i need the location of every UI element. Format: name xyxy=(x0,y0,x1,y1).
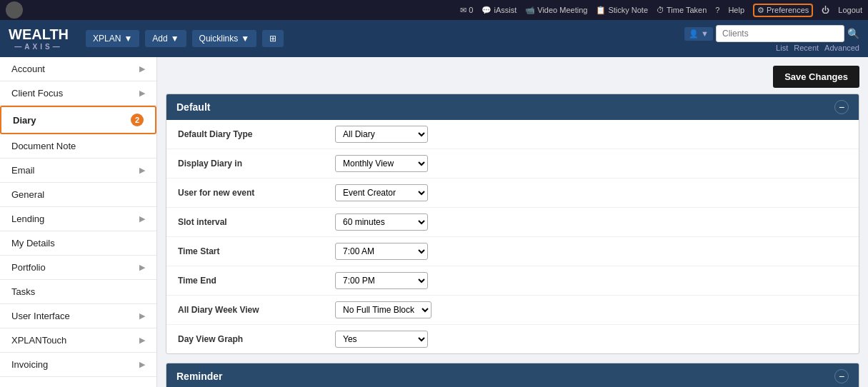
select-user-for-new-event[interactable]: Event CreatorCurrent User xyxy=(335,184,428,201)
sidebar-item-portfolio[interactable]: Portfolio▶ xyxy=(0,256,156,280)
form-row-slot-interval: Slot interval15 minutes30 minutes60 minu… xyxy=(166,208,859,237)
logo-axis: —AXIS— xyxy=(9,43,69,51)
logout-link[interactable]: Logout xyxy=(838,6,862,14)
sidebar-item-tasks[interactable]: Tasks xyxy=(0,280,156,304)
select-day-view-graph[interactable]: YesNo xyxy=(335,331,428,348)
reminder-collapse-button[interactable]: − xyxy=(834,369,849,383)
sidebar-item-label: Document Note xyxy=(11,141,76,151)
default-fields: Default Diary TypeAll DiaryPersonalWorkD… xyxy=(166,120,859,353)
sidebar-item-label: Invoicing xyxy=(11,359,48,370)
form-row-day-view-graph: Day View GraphYesNo xyxy=(166,325,859,353)
top-bar: ✉ 0 💬 iAssist 📹 Video Meeting 📋 Sticky N… xyxy=(0,0,868,20)
preferences-link[interactable]: ⚙ Preferences xyxy=(753,4,813,17)
sidebar-item-user-interface[interactable]: User Interface▶ xyxy=(0,304,156,328)
sidebar-item-general[interactable]: General xyxy=(0,183,156,207)
sidebar-item-invoicing[interactable]: Invoicing▶ xyxy=(0,353,156,377)
preferences-label: Preferences xyxy=(767,6,809,14)
logo: WEALTH —AXIS— xyxy=(9,26,69,51)
quicklinks-button[interactable]: Quicklinks ▼ xyxy=(192,30,257,47)
sidebar-item-client-focus[interactable]: Client Focus▶ xyxy=(0,81,156,106)
add-button[interactable]: Add ▼ xyxy=(145,30,186,47)
default-collapse-button[interactable]: − xyxy=(834,100,849,114)
search-button[interactable]: 🔍 xyxy=(847,28,859,39)
xplan-dropdown-icon: ▼ xyxy=(124,34,132,44)
form-control: 5:00 PM6:00 PM7:00 PM8:00 PM xyxy=(335,272,428,289)
power-icon-link[interactable]: ⏻ xyxy=(822,6,829,14)
envelope-count: 0 xyxy=(469,6,473,14)
logo-wealth: WEALTH xyxy=(9,26,69,42)
sidebar-item-label: XPLANTouch xyxy=(11,335,66,346)
select-display-diary-in[interactable]: Monthly ViewWeekly ViewDaily View xyxy=(335,155,428,172)
iassist-icon: 💬 xyxy=(482,6,492,15)
video-meeting-link[interactable]: 📹 Video Meeting xyxy=(525,6,587,15)
search-area: 👤 ▼ 🔍 List Recent Advanced xyxy=(684,25,859,52)
form-control: Monthly ViewWeekly ViewDaily View xyxy=(335,155,428,172)
select-time-start[interactable]: 6:00 AM7:00 AM8:00 AM9:00 AM xyxy=(335,243,428,260)
default-section: Default − Default Diary TypeAll DiaryPer… xyxy=(166,94,859,354)
sidebar-item-account[interactable]: Account▶ xyxy=(0,57,156,81)
sidebar-item-xplantouch[interactable]: XPLANTouch▶ xyxy=(0,328,156,353)
content-area: Save Changes Default − Default Diary Typ… xyxy=(157,57,868,387)
sidebar-item-lending[interactable]: Lending▶ xyxy=(0,207,156,231)
form-row-all-diary-week-view: All Diary Week ViewNo Full Time BlockFul… xyxy=(166,296,859,325)
nav-bar: WEALTH —AXIS— XPLAN ▼ Add ▼ Quicklinks ▼… xyxy=(0,20,868,57)
form-label: Time Start xyxy=(178,246,335,256)
sidebar-item-label: My Details xyxy=(11,238,55,248)
sidebar-item-email[interactable]: Email▶ xyxy=(0,159,156,183)
form-row-user-for-new-event: User for new eventEvent CreatorCurrent U… xyxy=(166,179,859,208)
time-icon: ⏱ xyxy=(657,6,664,14)
sidebar-item-label: General xyxy=(11,189,44,200)
globe-icon xyxy=(6,1,23,19)
advanced-link[interactable]: Advanced xyxy=(824,44,859,52)
sticky-note-icon: 📋 xyxy=(596,6,606,15)
quicklinks-dropdown-icon: ▼ xyxy=(241,34,249,44)
list-link[interactable]: List xyxy=(776,44,788,52)
sidebar-item-label: Client Focus xyxy=(11,88,63,99)
form-label: User for new event xyxy=(178,188,335,198)
xplan-label: XPLAN xyxy=(93,34,121,44)
recent-link[interactable]: Recent xyxy=(794,44,819,52)
top-bar-right: ✉ 0 💬 iAssist 📹 Video Meeting 📋 Sticky N… xyxy=(460,4,862,17)
select-all-diary-week-view[interactable]: No Full Time BlockFull Time Block xyxy=(335,301,431,318)
sidebar-item-diary[interactable]: Diary2 xyxy=(0,106,156,134)
help-text-link[interactable]: Help xyxy=(728,6,744,14)
form-row-time-start: Time Start6:00 AM7:00 AM8:00 AM9:00 AM xyxy=(166,237,859,266)
select-slot-interval[interactable]: 15 minutes30 minutes60 minutes xyxy=(335,213,428,231)
form-row-default-diary-type: Default Diary TypeAll DiaryPersonalWork xyxy=(166,120,859,149)
search-input[interactable] xyxy=(716,25,844,42)
top-actions: Save Changes xyxy=(157,63,868,94)
arrow-icon: ▶ xyxy=(139,214,145,223)
add-dropdown-icon: ▼ xyxy=(171,34,179,44)
search-links: List Recent Advanced xyxy=(776,44,859,52)
form-label: All Diary Week View xyxy=(178,305,335,315)
quicklinks-label: Quicklinks xyxy=(199,34,239,44)
form-row-display-diary-in: Display Diary inMonthly ViewWeekly ViewD… xyxy=(166,149,859,179)
sidebar-item-label: User Interface xyxy=(11,311,70,321)
sticky-note-link[interactable]: 📋 Sticky Note xyxy=(596,6,648,15)
form-label: Time End xyxy=(178,276,335,286)
sidebar: Account▶Client Focus▶Diary2Document Note… xyxy=(0,57,157,387)
envelope-link[interactable]: ✉ 0 xyxy=(460,6,473,15)
sidebar-item-document-note[interactable]: Document Note xyxy=(0,134,156,159)
form-label: Default Diary Type xyxy=(178,129,335,139)
envelope-icon: ✉ xyxy=(460,6,467,15)
help-link[interactable]: ? xyxy=(715,6,719,14)
form-label: Display Diary in xyxy=(178,159,335,169)
arrow-icon: ▶ xyxy=(139,64,145,74)
iassist-link[interactable]: 💬 iAssist xyxy=(482,6,517,15)
grid-button[interactable]: ⊞ xyxy=(262,30,284,47)
arrow-icon: ▶ xyxy=(139,263,145,272)
arrow-icon: ▶ xyxy=(139,311,145,321)
sidebar-item-my-details[interactable]: My Details xyxy=(0,231,156,256)
avatar-button[interactable]: 👤 ▼ xyxy=(684,27,713,41)
select-default-diary-type[interactable]: All DiaryPersonalWork xyxy=(335,126,428,143)
time-taken-link[interactable]: ⏱ Time Taken xyxy=(657,6,707,14)
main-layout: Account▶Client Focus▶Diary2Document Note… xyxy=(0,57,868,387)
add-label: Add xyxy=(152,34,167,44)
save-changes-button[interactable]: Save Changes xyxy=(773,66,859,88)
select-time-end[interactable]: 5:00 PM6:00 PM7:00 PM8:00 PM xyxy=(335,272,428,289)
xplan-button[interactable]: XPLAN ▼ xyxy=(86,30,139,47)
arrow-icon: ▶ xyxy=(139,166,145,175)
reminder-section: Reminder − Remind before eventDo not rem… xyxy=(166,363,859,387)
sidebar-item-label: Account xyxy=(11,64,45,74)
